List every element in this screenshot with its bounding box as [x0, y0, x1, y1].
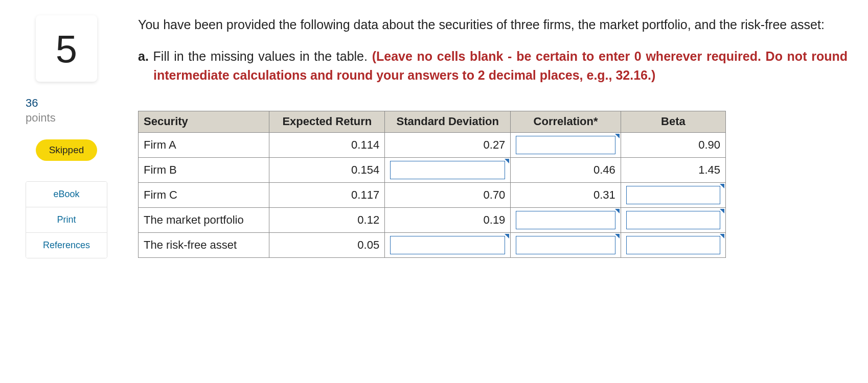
beta-value: 0.90	[621, 132, 725, 157]
table-row: Firm C0.1170.700.31	[139, 182, 726, 207]
table-row: The risk-free asset0.05	[139, 232, 726, 257]
std_dev-value: 0.27	[385, 132, 511, 157]
security-label: Firm C	[139, 182, 269, 207]
part-a: a. Fill in the missing values in the tab…	[138, 47, 848, 85]
question-prompt: You have been provided the following dat…	[138, 15, 848, 35]
beta-input-cell	[621, 232, 725, 257]
correlation-input-cell	[511, 232, 621, 257]
security-label: Firm B	[139, 157, 269, 182]
beta-input-cell	[621, 207, 725, 232]
part-instruction: Fill in the missing values in the table.	[153, 49, 368, 63]
points-label: points	[26, 111, 56, 126]
beta-input[interactable]	[626, 211, 720, 229]
std_dev-input[interactable]	[390, 236, 505, 254]
main-content: You have been provided the following dat…	[138, 15, 848, 258]
expected_return-value: 0.05	[269, 232, 385, 257]
beta-input[interactable]	[626, 186, 720, 204]
correlation-value: 0.46	[511, 157, 621, 182]
expected_return-value: 0.114	[269, 132, 385, 157]
skipped-badge: Skipped	[36, 139, 98, 161]
col-correlation: Correlation*	[511, 111, 621, 132]
std_dev-value: 0.70	[385, 182, 511, 207]
security-label: Firm A	[139, 132, 269, 157]
correlation-input[interactable]	[516, 136, 615, 154]
ebook-link[interactable]: eBook	[26, 182, 107, 207]
expected_return-value: 0.154	[269, 157, 385, 182]
table-row: Firm A0.1140.270.90	[139, 132, 726, 157]
correlation-input[interactable]	[516, 211, 615, 229]
col-security: Security	[139, 111, 269, 132]
col-expected-return: Expected Return	[269, 111, 385, 132]
part-label: a.	[138, 49, 149, 63]
securities-table: Security Expected Return Standard Deviat…	[138, 111, 726, 258]
beta-input-cell	[621, 182, 725, 207]
expected_return-value: 0.12	[269, 207, 385, 232]
col-beta: Beta	[621, 111, 725, 132]
print-link[interactable]: Print	[26, 207, 107, 233]
points-value: 36	[26, 96, 56, 111]
beta-value: 1.45	[621, 157, 725, 182]
expected_return-value: 0.117	[269, 182, 385, 207]
question-number: 5	[36, 15, 97, 82]
table-row: The market portfolio0.120.19	[139, 207, 726, 232]
std_dev-input-cell	[385, 232, 511, 257]
correlation-input-cell	[511, 207, 621, 232]
sidebar-links: eBook Print References	[26, 181, 107, 258]
security-label: The risk-free asset	[139, 232, 269, 257]
correlation-input-cell	[511, 132, 621, 157]
correlation-value: 0.31	[511, 182, 621, 207]
sidebar: 5 36 points Skipped eBook Print Referenc…	[20, 15, 112, 258]
references-link[interactable]: References	[26, 233, 107, 258]
points-block: 36 points	[26, 96, 56, 125]
correlation-input[interactable]	[516, 236, 615, 254]
table-body: Firm A0.1140.270.90Firm B0.1540.461.45Fi…	[139, 132, 726, 257]
std_dev-input[interactable]	[390, 161, 505, 179]
std_dev-value: 0.19	[385, 207, 511, 232]
col-std-dev: Standard Deviation	[385, 111, 511, 132]
std_dev-input-cell	[385, 157, 511, 182]
table-row: Firm B0.1540.461.45	[139, 157, 726, 182]
beta-input[interactable]	[626, 236, 720, 254]
security-label: The market portfolio	[139, 207, 269, 232]
